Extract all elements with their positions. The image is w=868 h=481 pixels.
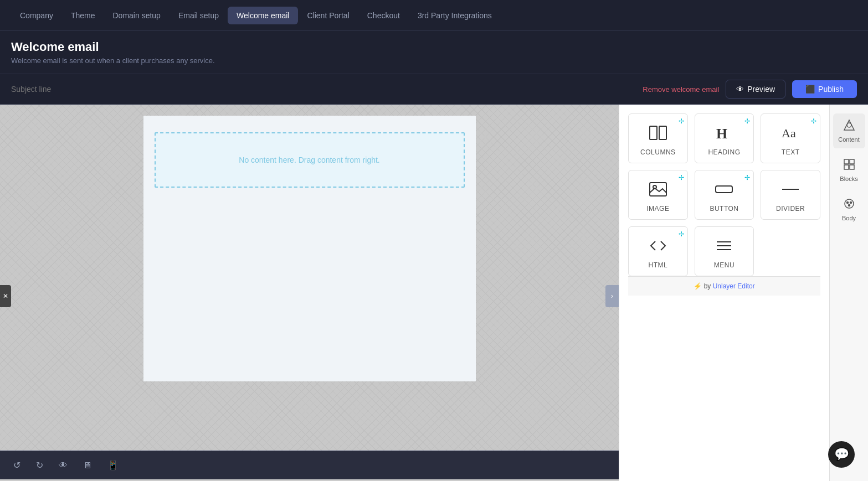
content-item-label-text: TEXT bbox=[782, 148, 800, 156]
divider-icon bbox=[780, 179, 800, 199]
nav-item-welcome-email[interactable]: Welcome email bbox=[228, 7, 298, 24]
chat-button[interactable]: 💬 bbox=[828, 441, 855, 468]
svg-point-18 bbox=[846, 202, 848, 204]
eye-icon: 👁 bbox=[736, 85, 744, 94]
unlayer-link[interactable]: Unlayer Editor bbox=[713, 282, 755, 290]
publish-button[interactable]: ⬛ Publish bbox=[792, 80, 857, 98]
canvas-scroll-area[interactable]: No content here. Drag content from right… bbox=[0, 105, 619, 451]
svg-text:Aa: Aa bbox=[782, 126, 796, 140]
publish-icon: ⬛ bbox=[805, 85, 815, 94]
email-toolbar: Remove welcome email 👁 Preview ⬛ Publish bbox=[0, 74, 868, 105]
redo-button[interactable]: ↻ bbox=[32, 458, 48, 473]
desktop-view-button[interactable]: 🖥 bbox=[79, 458, 96, 473]
collapse-toggle-button[interactable]: ✕ bbox=[0, 285, 11, 307]
content-item-label-heading: HEADING bbox=[708, 148, 740, 156]
footer-text: by bbox=[704, 282, 713, 290]
content-item-heading[interactable]: ✢HHEADING bbox=[695, 113, 754, 163]
content-item-label-button: BUTTON bbox=[710, 205, 738, 213]
drag-icon-text: ✢ bbox=[811, 117, 816, 125]
panel-content-area: ✢COLUMNS✢HHEADING✢AaTEXT✢IMAGE✢BUTTONDIV… bbox=[619, 105, 829, 481]
heading-icon: H bbox=[714, 123, 734, 143]
nav-item-theme[interactable]: Theme bbox=[62, 7, 104, 24]
svg-point-12 bbox=[847, 123, 851, 127]
drag-icon-html: ✢ bbox=[679, 230, 684, 238]
svg-marker-11 bbox=[844, 120, 854, 130]
content-item-text[interactable]: ✢AaTEXT bbox=[761, 113, 820, 163]
panel-sidebar: ContentBlocksBody bbox=[829, 105, 868, 481]
nav-item-3rd-party[interactable]: 3rd Party Integrations bbox=[409, 7, 501, 24]
palette-icon bbox=[843, 198, 855, 213]
page-header: Welcome email Welcome email is sent out … bbox=[0, 31, 868, 74]
svg-point-17 bbox=[845, 199, 854, 208]
content-item-menu[interactable]: MENU bbox=[695, 226, 754, 276]
content-item-label-columns: COLUMNS bbox=[640, 148, 676, 156]
content-item-image[interactable]: ✢IMAGE bbox=[628, 170, 688, 220]
sidebar-tab-body[interactable]: Body bbox=[833, 192, 865, 227]
canvas-inner: No content here. Drag content from right… bbox=[0, 105, 619, 392]
content-item-html[interactable]: ✢HTML bbox=[628, 226, 688, 276]
drop-zone-text: No content here. Drag content from right… bbox=[239, 156, 379, 164]
expand-panel-button[interactable]: › bbox=[605, 285, 619, 307]
top-navigation: CompanyThemeDomain setupEmail setupWelco… bbox=[0, 0, 868, 31]
svg-text:H: H bbox=[716, 126, 727, 142]
sidebar-tab-blocks[interactable]: Blocks bbox=[833, 153, 865, 188]
sidebar-tab-label-content: Content bbox=[838, 136, 860, 143]
svg-rect-0 bbox=[650, 126, 657, 139]
svg-rect-1 bbox=[659, 126, 666, 139]
image-icon bbox=[648, 179, 668, 199]
drag-icon-image: ✢ bbox=[679, 174, 684, 182]
remove-email-link[interactable]: Remove welcome email bbox=[643, 85, 719, 94]
preview-button[interactable]: 👁 Preview bbox=[726, 80, 785, 99]
content-item-label-image: IMAGE bbox=[646, 205, 669, 213]
svg-rect-6 bbox=[716, 186, 732, 193]
drag-icon-columns: ✢ bbox=[679, 117, 684, 125]
drag-icon-button: ✢ bbox=[744, 174, 750, 182]
content-items-grid: ✢COLUMNS✢HHEADING✢AaTEXT✢IMAGE✢BUTTONDIV… bbox=[628, 113, 820, 276]
main-area: ✕ › No content here. Drag content from r… bbox=[0, 105, 868, 481]
sidebar-tab-label-body: Body bbox=[842, 215, 856, 221]
html-icon bbox=[648, 236, 668, 256]
email-canvas-wrapper: ✕ › No content here. Drag content from r… bbox=[0, 105, 619, 481]
content-item-label-divider: DIVIDER bbox=[776, 205, 805, 213]
svg-rect-16 bbox=[850, 165, 854, 169]
svg-rect-4 bbox=[650, 183, 666, 196]
svg-point-19 bbox=[850, 202, 851, 204]
content-item-button[interactable]: ✢BUTTON bbox=[695, 170, 754, 220]
content-item-divider[interactable]: DIVIDER bbox=[761, 170, 820, 220]
sidebar-tab-content[interactable]: Content bbox=[833, 113, 865, 148]
nav-item-email-setup[interactable]: Email setup bbox=[170, 7, 228, 24]
unlayer-footer: ⚡ by Unlayer Editor bbox=[628, 276, 820, 296]
bolt-icon: ⚡ bbox=[694, 282, 702, 290]
drop-zone[interactable]: No content here. Drag content from right… bbox=[155, 132, 465, 188]
drag-icon-heading: ✢ bbox=[744, 117, 750, 125]
email-canvas: No content here. Drag content from right… bbox=[143, 116, 476, 381]
nav-item-client-portal[interactable]: Client Portal bbox=[298, 7, 358, 24]
subject-line-input[interactable] bbox=[11, 85, 636, 94]
page-description: Welcome email is sent out when a client … bbox=[11, 56, 857, 65]
sidebar-tab-label-blocks: Blocks bbox=[840, 175, 857, 182]
preview-canvas-button[interactable]: 👁 bbox=[54, 458, 72, 473]
button-icon bbox=[714, 179, 734, 199]
canvas-bottom-toolbar: ↺ ↻ 👁 🖥 📱 bbox=[0, 451, 619, 479]
svg-rect-13 bbox=[844, 159, 849, 164]
nav-item-domain-setup[interactable]: Domain setup bbox=[104, 7, 170, 24]
content-item-columns[interactable]: ✢COLUMNS bbox=[628, 113, 688, 163]
columns-icon bbox=[648, 123, 668, 143]
right-panel: ✢COLUMNS✢HHEADING✢AaTEXT✢IMAGE✢BUTTONDIV… bbox=[619, 105, 868, 481]
svg-rect-15 bbox=[844, 165, 849, 169]
menu-icon bbox=[714, 236, 734, 256]
page-title: Welcome email bbox=[11, 40, 857, 54]
content-item-label-html: HTML bbox=[648, 261, 667, 269]
text-icon: Aa bbox=[780, 123, 800, 143]
nav-item-company[interactable]: Company bbox=[11, 7, 62, 24]
content-item-label-menu: MENU bbox=[714, 261, 735, 269]
undo-button[interactable]: ↺ bbox=[9, 458, 25, 473]
nav-item-checkout[interactable]: Checkout bbox=[358, 7, 409, 24]
shapes-icon bbox=[843, 119, 855, 134]
mobile-view-button[interactable]: 📱 bbox=[103, 458, 123, 473]
svg-rect-14 bbox=[850, 159, 854, 164]
blocks-icon bbox=[843, 158, 855, 173]
svg-point-20 bbox=[848, 205, 850, 206]
